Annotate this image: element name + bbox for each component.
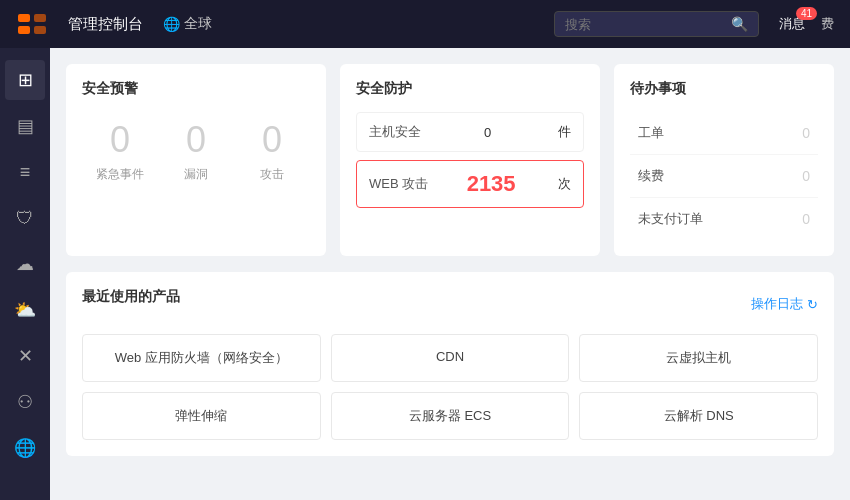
stack-icon: ≡ <box>20 162 31 183</box>
vuln-label: 漏洞 <box>184 166 208 183</box>
products-header: 最近使用的产品 操作日志 ↻ <box>82 288 818 320</box>
ticket-value: 0 <box>802 125 810 141</box>
products-title: 最近使用的产品 <box>82 288 180 306</box>
attack-label: 攻击 <box>260 166 284 183</box>
globe-selector[interactable]: 🌐 全球 <box>163 15 212 33</box>
products-grid: Web 应用防火墙（网络安全） CDN 云虚拟主机 弹性伸缩 云服务器 ECS … <box>82 334 818 440</box>
sidebar-item-stack[interactable]: ≡ <box>5 152 45 192</box>
defense-row-web: WEB 攻击 2135 次 <box>356 160 584 208</box>
cloud2-icon: ⛅ <box>14 299 36 321</box>
sidebar: ⊞ ▤ ≡ 🛡 ☁ ⛅ ✕ ⚇ 🌐 <box>0 48 50 500</box>
security-alert-title: 安全预警 <box>82 80 310 98</box>
sidebar-item-users[interactable]: ⚇ <box>5 382 45 422</box>
cloud-icon: ☁ <box>16 253 34 275</box>
urgent-value: 0 <box>110 122 130 158</box>
svg-rect-3 <box>34 26 46 34</box>
arrow-icon: ↻ <box>807 297 818 312</box>
pending-row-renewal[interactable]: 续费 0 <box>630 155 818 198</box>
sidebar-item-cross[interactable]: ✕ <box>5 336 45 376</box>
vuln-value: 0 <box>186 122 206 158</box>
product-waf[interactable]: Web 应用防火墙（网络安全） <box>82 334 321 382</box>
alert-metric-attack: 0 攻击 <box>234 112 310 193</box>
product-vm[interactable]: 云虚拟主机 <box>579 334 818 382</box>
attack-value: 0 <box>262 122 282 158</box>
product-dns[interactable]: 云解析 DNS <box>579 392 818 440</box>
messages-count: 41 <box>796 7 817 20</box>
top-cards-row: 安全预警 0 紧急事件 0 漏洞 0 攻击 <box>66 64 834 256</box>
product-autoscaling[interactable]: 弹性伸缩 <box>82 392 321 440</box>
grid-icon: ⊞ <box>18 69 33 91</box>
logo[interactable] <box>16 10 48 38</box>
unpaid-label: 未支付订单 <box>638 210 703 228</box>
globe2-icon: 🌐 <box>14 437 36 459</box>
sidebar-item-grid[interactable]: ⊞ <box>5 60 45 100</box>
host-security-label: 主机安全 <box>369 123 421 141</box>
web-attack-value: 2135 <box>467 171 516 197</box>
alert-metric-urgent: 0 紧急事件 <box>82 112 158 193</box>
svg-rect-2 <box>34 14 46 22</box>
operation-log-label: 操作日志 <box>751 295 803 313</box>
search-bar[interactable]: 🔍 <box>554 11 759 37</box>
top-navigation: 管理控制台 🌐 全球 🔍 消息 41 费 <box>0 0 850 48</box>
shield-icon: 🛡 <box>16 208 34 229</box>
renewal-value: 0 <box>802 168 810 184</box>
layers-icon: ▤ <box>17 115 34 137</box>
renewal-label: 续费 <box>638 167 664 185</box>
main-content: 安全预警 0 紧急事件 0 漏洞 0 攻击 <box>50 48 850 500</box>
main-layout: ⊞ ▤ ≡ 🛡 ☁ ⛅ ✕ ⚇ 🌐 安全预 <box>0 48 850 500</box>
alert-metrics: 0 紧急事件 0 漏洞 0 攻击 <box>82 112 310 193</box>
sidebar-item-layers[interactable]: ▤ <box>5 106 45 146</box>
sidebar-item-cloud2[interactable]: ⛅ <box>5 290 45 330</box>
search-input[interactable] <box>565 17 725 32</box>
product-cdn[interactable]: CDN <box>331 334 570 382</box>
pending-row-ticket[interactable]: 工单 0 <box>630 112 818 155</box>
alert-metric-vuln: 0 漏洞 <box>158 112 234 193</box>
security-alert-card: 安全预警 0 紧急事件 0 漏洞 0 攻击 <box>66 64 326 256</box>
web-attack-label: WEB 攻击 <box>369 175 428 193</box>
console-title: 管理控制台 <box>68 15 143 34</box>
host-security-unit: 件 <box>558 123 571 141</box>
globe-label: 全球 <box>184 15 212 33</box>
globe-icon: 🌐 <box>163 16 180 32</box>
sidebar-item-globe[interactable]: 🌐 <box>5 428 45 468</box>
sidebar-item-shield[interactable]: 🛡 <box>5 198 45 238</box>
svg-rect-0 <box>18 14 30 22</box>
search-icon: 🔍 <box>731 16 748 32</box>
users-icon: ⚇ <box>17 391 33 413</box>
ticket-label: 工单 <box>638 124 664 142</box>
security-defense-title: 安全防护 <box>356 80 584 98</box>
pending-title: 待办事项 <box>630 80 818 98</box>
urgent-label: 紧急事件 <box>96 166 144 183</box>
pending-row-unpaid[interactable]: 未支付订单 0 <box>630 198 818 240</box>
unpaid-value: 0 <box>802 211 810 227</box>
security-defense-card: 安全防护 主机安全 0 件 WEB 攻击 2135 次 <box>340 64 600 256</box>
web-attack-unit: 次 <box>558 175 571 193</box>
cross-icon: ✕ <box>18 345 33 367</box>
defense-row-host: 主机安全 0 件 <box>356 112 584 152</box>
fee-button[interactable]: 费 <box>821 15 834 33</box>
product-ecs[interactable]: 云服务器 ECS <box>331 392 570 440</box>
svg-rect-1 <box>18 26 30 34</box>
host-security-value: 0 <box>484 125 491 140</box>
products-card: 最近使用的产品 操作日志 ↻ Web 应用防火墙（网络安全） CDN 云虚拟主机… <box>66 272 834 456</box>
messages-button[interactable]: 消息 41 <box>779 15 805 33</box>
sidebar-item-cloud[interactable]: ☁ <box>5 244 45 284</box>
nav-actions: 消息 41 费 <box>779 15 834 33</box>
operation-log-link[interactable]: 操作日志 ↻ <box>751 295 818 313</box>
pending-card: 待办事项 工单 0 续费 0 未支付订单 0 <box>614 64 834 256</box>
